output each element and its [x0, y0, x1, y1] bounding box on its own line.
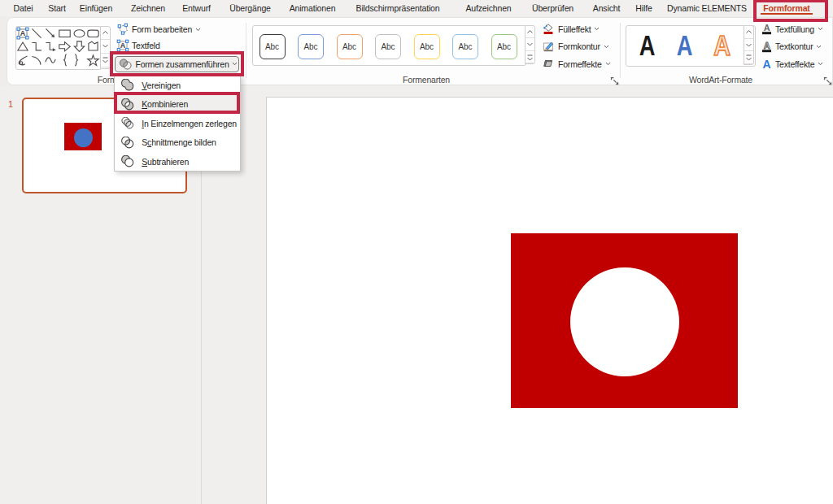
- svg-text:A: A: [120, 41, 126, 50]
- svg-text:A: A: [764, 41, 770, 50]
- svg-text:A: A: [20, 29, 26, 37]
- svg-text:A: A: [763, 58, 771, 70]
- svg-text:A: A: [764, 23, 770, 33]
